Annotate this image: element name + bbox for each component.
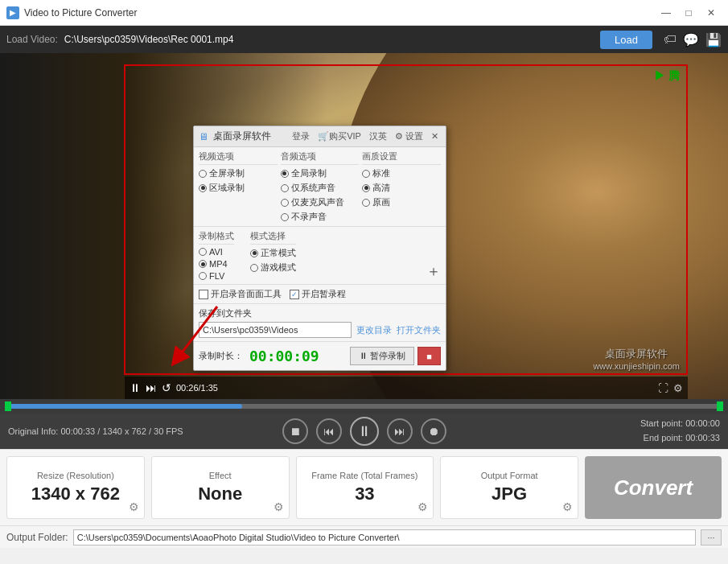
load-bar: Load Video: C:\Users\pc0359\Videos\Rec 0… bbox=[0, 26, 728, 53]
format-param-box: Output Format JPG ⚙ bbox=[440, 456, 578, 519]
game-mode-radio[interactable]: 游戏模式 bbox=[250, 261, 296, 274]
output-path-input[interactable] bbox=[73, 529, 696, 545]
audio-full-label: 全局录制 bbox=[291, 167, 327, 179]
play-button[interactable]: ⏸ bbox=[350, 417, 379, 446]
settings-icon2[interactable]: ⚙ bbox=[673, 382, 683, 394]
pb-icons: ⛶ ⚙ bbox=[658, 382, 683, 394]
dialog-actions: 登录 🛒购买VIP 汉英 ⚙ 设置 ✕ bbox=[290, 130, 441, 142]
prev-button[interactable]: ⏮ bbox=[316, 418, 342, 444]
output-label: Output Folder: bbox=[6, 532, 68, 543]
quality-std-dot bbox=[362, 170, 370, 178]
prev-frame-icon[interactable]: ⏭ bbox=[146, 381, 157, 394]
audio-mic-dot bbox=[281, 199, 289, 207]
format-label: Output Format bbox=[481, 471, 538, 480]
audio-mic-label: 仅麦克风声音 bbox=[291, 196, 344, 208]
dialog-close[interactable]: ✕ bbox=[429, 131, 441, 142]
fullscreen-radio-dot bbox=[199, 170, 207, 178]
watermark: 桌面录屏软件 www.xunjieshipin.com bbox=[593, 347, 680, 371]
video-options-col: 视频选项 全屏录制 区域录制 bbox=[199, 150, 278, 223]
timer-value: 00:00:09 bbox=[249, 348, 319, 364]
show-tools-checkbox[interactable]: 开启录音面面工具 bbox=[199, 288, 282, 300]
quality-std-radio[interactable]: 标准 bbox=[362, 167, 441, 179]
next-button[interactable]: ⏭ bbox=[387, 418, 413, 444]
mp4-radio[interactable]: MP4 bbox=[199, 259, 234, 269]
region-label: 区域录制 bbox=[209, 182, 245, 194]
mp4-dot bbox=[199, 260, 207, 268]
pause-record-button[interactable]: ⏸ 暂停录制 bbox=[350, 347, 414, 365]
show-progress-label: 开启暂录程 bbox=[302, 288, 346, 300]
quality-orig-radio[interactable]: 原画 bbox=[362, 196, 441, 208]
video-col-header: 视频选项 bbox=[199, 150, 278, 165]
resize-label: Resize (Resolution) bbox=[37, 471, 114, 480]
resize-param-box: Resize (Resolution) 1340 x 762 ⚙ bbox=[6, 456, 145, 519]
main-progress-container[interactable] bbox=[0, 399, 728, 414]
tag-icon[interactable]: 🏷 bbox=[664, 32, 677, 47]
start-point: Start point: 00:00:00 bbox=[640, 417, 720, 431]
load-button[interactable]: Load bbox=[600, 31, 652, 49]
effect-value: None bbox=[198, 484, 242, 504]
output-browse-button[interactable]: ··· bbox=[701, 529, 722, 545]
flv-radio[interactable]: FLV bbox=[199, 271, 234, 281]
effect-label: Effect bbox=[209, 471, 232, 480]
main-progress-fill bbox=[5, 404, 242, 409]
quality-hd-radio[interactable]: 高清 bbox=[362, 182, 441, 194]
timer-label: 录制时长： bbox=[199, 350, 243, 362]
stop-button[interactable]: ⏹ bbox=[282, 418, 308, 444]
mode-col: 模式选择 正常模式 游戏模式 bbox=[250, 230, 296, 281]
effect-param-box: Effect None ⚙ bbox=[151, 456, 290, 519]
flv-label: FLV bbox=[209, 271, 224, 281]
fullscreen-radio[interactable]: 全屏录制 bbox=[199, 167, 278, 179]
quality-radios: 标准 高清 原画 bbox=[362, 167, 441, 208]
window-title: Video to Picture Converter bbox=[24, 7, 656, 19]
fullscreen-icon[interactable]: ⛶ bbox=[658, 382, 668, 394]
avi-radio[interactable]: AVI bbox=[199, 247, 234, 257]
play-pause-icon[interactable]: ⏸ bbox=[130, 381, 141, 394]
rotate-icon[interactable]: ↺ bbox=[162, 381, 171, 394]
dialog-title-bar: 🖥 桌面录屏软件 登录 🛒购买VIP 汉英 ⚙ 设置 ✕ bbox=[194, 126, 446, 147]
mode-radios: 正常模式 游戏模式 bbox=[250, 247, 296, 274]
save-folder-section: 保存到文件夹 更改目录 打开文件夹 bbox=[194, 304, 446, 342]
audio-none-radio[interactable]: 不录声音 bbox=[281, 211, 360, 223]
save-icon[interactable]: 💾 bbox=[705, 32, 722, 47]
normal-mode-radio[interactable]: 正常模式 bbox=[250, 247, 296, 259]
dialog-translate[interactable]: 汉英 bbox=[367, 130, 389, 142]
stop-record-button[interactable]: ■ bbox=[417, 347, 441, 365]
show-progress-checkbox[interactable]: 开启暂录程 bbox=[290, 288, 346, 300]
add-button[interactable]: ＋ bbox=[426, 261, 441, 281]
title-bar: ▶ Video to Picture Converter — □ ✕ bbox=[0, 0, 728, 26]
region-radio[interactable]: 区域录制 bbox=[199, 182, 278, 194]
avi-label: AVI bbox=[209, 247, 223, 257]
quality-std-label: 标准 bbox=[372, 167, 390, 179]
audio-mic-radio[interactable]: 仅麦克风声音 bbox=[281, 196, 360, 208]
fullscreen-label: 全屏录制 bbox=[209, 167, 245, 179]
format-gear-icon[interactable]: ⚙ bbox=[562, 500, 573, 513]
minimize-button[interactable]: — bbox=[656, 4, 677, 22]
effect-gear-icon[interactable]: ⚙ bbox=[274, 500, 284, 513]
dialog-login[interactable]: 登录 bbox=[290, 130, 312, 142]
format-col: 录制格式 AVI MP4 FLV bbox=[199, 230, 234, 281]
change-dir-link[interactable]: 更改目录 bbox=[356, 324, 392, 336]
dialog-vip[interactable]: 🛒购买VIP bbox=[315, 130, 364, 142]
audio-options-col: 音频选项 全局录制 仅系统声音 仅麦克风声音 bbox=[281, 150, 360, 223]
loop-button[interactable]: ⏺ bbox=[421, 418, 446, 444]
convert-button[interactable]: Convert bbox=[585, 456, 722, 519]
format-radios: AVI MP4 FLV bbox=[199, 247, 234, 281]
quality-header: 画质设置 bbox=[362, 150, 441, 165]
dialog-title: 桌面录屏软件 bbox=[213, 130, 285, 143]
current-time: 00:26/1:35 bbox=[176, 383, 218, 393]
chat-icon[interactable]: 💬 bbox=[683, 32, 699, 47]
audio-sys-radio[interactable]: 仅系统声音 bbox=[281, 182, 360, 194]
watermark-url: www.xunjieshipin.com bbox=[593, 361, 680, 371]
resize-gear-icon[interactable]: ⚙ bbox=[129, 500, 139, 513]
save-folder-row: 更改目录 打开文件夹 bbox=[199, 322, 441, 338]
maximize-button[interactable]: □ bbox=[678, 4, 699, 22]
close-button[interactable]: ✕ bbox=[701, 4, 722, 22]
save-folder-input[interactable] bbox=[199, 322, 352, 338]
audio-full-radio[interactable]: 全局录制 bbox=[281, 167, 360, 179]
flv-dot bbox=[199, 272, 207, 280]
framerate-value: 33 bbox=[355, 484, 374, 504]
open-folder-link[interactable]: 打开文件夹 bbox=[397, 324, 441, 336]
quality-col: 画质设置 标准 高清 原画 bbox=[362, 150, 441, 223]
dialog-settings[interactable]: ⚙ 设置 bbox=[393, 130, 426, 142]
framerate-gear-icon[interactable]: ⚙ bbox=[417, 500, 428, 513]
